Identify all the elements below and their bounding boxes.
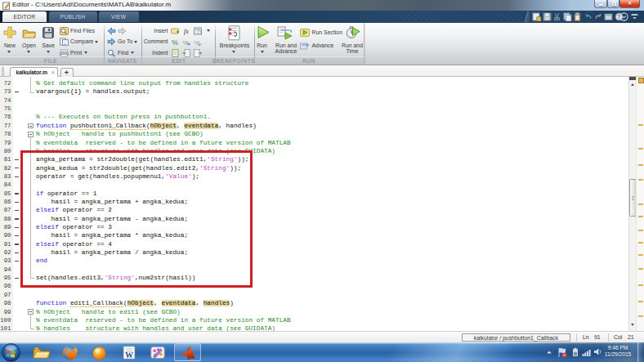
svg-text:%: % <box>171 38 177 47</box>
svg-text:fx: fx <box>184 28 189 35</box>
svg-text:W: W <box>125 350 133 359</box>
svg-text:%: % <box>182 39 188 47</box>
